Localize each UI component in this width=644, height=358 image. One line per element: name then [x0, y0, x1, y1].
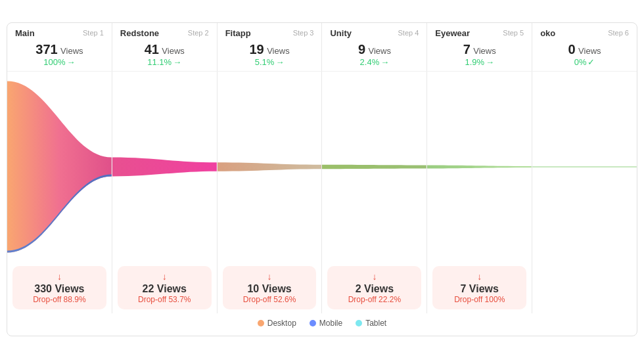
- dropoff-box-4: ↓ 2 Views Drop-off 22.2%: [327, 266, 421, 309]
- step-name-1: Main: [15, 28, 35, 38]
- dropoff-box-5: ↓ 7 Views Drop-off 100%: [432, 266, 526, 309]
- dropoff-views-1: 330 Views: [19, 283, 100, 295]
- legend: DesktopMobileTablet: [7, 313, 637, 330]
- step-col-4: Unity Step 4 9 Views 2.4%→: [322, 23, 427, 71]
- views-count-3: 19 Views: [225, 42, 314, 57]
- legend-item-desktop: Desktop: [258, 319, 296, 328]
- funnel-chart: Main Step 1 371 Views 100%→ Redstone Ste…: [7, 22, 637, 336]
- funnel-col-4: [322, 72, 427, 262]
- dropoff-label-2: Drop-off 53.7%: [124, 295, 205, 304]
- funnel-path-3: [218, 162, 322, 171]
- step-num-4: Step 4: [398, 29, 419, 37]
- dropoff-col-1: ↓ 330 Views Drop-off 88.9%: [7, 262, 112, 313]
- arrow-icon: →: [486, 57, 494, 67]
- views-pct-5: 1.9%→: [435, 57, 524, 67]
- funnel-svg-1: [7, 72, 112, 262]
- funnel-col-6: [532, 72, 637, 262]
- funnel-svg-3: [218, 72, 322, 262]
- step-num-2: Step 2: [188, 29, 209, 37]
- funnel-path-1: [7, 81, 112, 252]
- views-count-2: 41 Views: [120, 42, 209, 57]
- step-col-3: Fitapp Step 3 19 Views 5.1%→: [218, 23, 323, 71]
- dropoff-arrow-icon-2: ↓: [124, 271, 205, 282]
- dropoff-col-2: ↓ 22 Views Drop-off 53.7%: [112, 262, 218, 313]
- funnel-svg-6: [532, 72, 637, 262]
- legend-item-tablet: Tablet: [356, 319, 386, 328]
- legend-dot-mobile: [310, 320, 316, 326]
- step-name-6: oko: [540, 28, 555, 38]
- dropoff-row: ↓ 330 Views Drop-off 88.9% ↓ 22 Views Dr…: [7, 262, 637, 313]
- step-col-6: oko Step 6 0 Views 0%✓: [532, 23, 637, 71]
- funnel-path-6: [532, 166, 637, 168]
- funnel-col-1: [7, 72, 112, 262]
- dropoff-views-4: 2 Views: [334, 283, 415, 295]
- dropoff-box-3: ↓ 10 Views Drop-off 52.6%: [223, 266, 317, 309]
- check-icon: ✓: [587, 57, 595, 67]
- step-num-5: Step 5: [503, 29, 524, 37]
- funnel-path-4: [322, 164, 426, 168]
- arrow-icon: →: [380, 57, 389, 67]
- funnel-svg-5: [427, 72, 532, 262]
- funnel-path-5: [427, 165, 532, 168]
- legend-dot-tablet: [356, 320, 362, 326]
- step-num-6: Step 6: [608, 29, 629, 37]
- legend-label-desktop: Desktop: [267, 319, 296, 328]
- dropoff-box-2: ↓ 22 Views Drop-off 53.7%: [118, 266, 212, 309]
- legend-dot-desktop: [258, 320, 264, 326]
- legend-label-tablet: Tablet: [365, 319, 386, 328]
- funnel-svg-4: [322, 72, 426, 262]
- step-name-2: Redstone: [120, 28, 159, 38]
- views-count-5: 7 Views: [435, 42, 524, 57]
- step-num-3: Step 3: [293, 29, 314, 37]
- dropoff-arrow-icon-4: ↓: [334, 271, 415, 282]
- dropoff-label-5: Drop-off 100%: [439, 295, 520, 304]
- dropoff-views-5: 7 Views: [439, 283, 520, 295]
- views-count-4: 9 Views: [330, 42, 419, 57]
- dropoff-box-1: ↓ 330 Views Drop-off 88.9%: [12, 266, 106, 309]
- step-name-5: Eyewear: [435, 28, 470, 38]
- dropoff-label-3: Drop-off 52.6%: [229, 295, 310, 304]
- step-name-3: Fitapp: [225, 28, 251, 38]
- arrow-icon: →: [173, 57, 181, 67]
- views-pct-3: 5.1%→: [225, 57, 314, 67]
- funnel-path-2: [112, 157, 217, 176]
- dropoff-col-4: ↓ 2 Views Drop-off 22.2%: [322, 262, 427, 313]
- step-col-1: Main Step 1 371 Views 100%→: [7, 23, 112, 71]
- dropoff-views-2: 22 Views: [124, 283, 205, 295]
- views-pct-4: 2.4%→: [330, 57, 419, 67]
- dropoff-arrow-icon-3: ↓: [229, 271, 310, 282]
- views-count-6: 0 Views: [540, 42, 629, 57]
- dropoff-arrow-icon-1: ↓: [19, 271, 100, 282]
- step-col-5: Eyewear Step 5 7 Views 1.9%→: [427, 23, 532, 71]
- dropoff-col-6: [532, 262, 637, 313]
- views-pct-2: 11.1%→: [120, 57, 209, 67]
- dropoff-col-5: ↓ 7 Views Drop-off 100%: [427, 262, 532, 313]
- steps-header-row: Main Step 1 371 Views 100%→ Redstone Ste…: [7, 23, 637, 72]
- funnel-col-3: [218, 72, 323, 262]
- dropoff-label-1: Drop-off 88.9%: [19, 295, 100, 304]
- step-col-2: Redstone Step 2 41 Views 11.1%→: [112, 23, 218, 71]
- legend-item-mobile: Mobile: [310, 319, 342, 328]
- step-num-1: Step 1: [83, 29, 104, 37]
- funnel-svg-2: [112, 72, 217, 262]
- arrow-icon: →: [275, 57, 284, 67]
- views-pct-1: 100%→: [15, 57, 104, 67]
- funnel-area: [7, 72, 637, 262]
- views-count-1: 371 Views: [15, 42, 104, 57]
- arrow-icon: →: [67, 57, 76, 67]
- funnel-col-2: [112, 72, 218, 262]
- dropoff-arrow-icon-5: ↓: [439, 271, 520, 282]
- dropoff-col-3: ↓ 10 Views Drop-off 52.6%: [218, 262, 323, 313]
- legend-label-mobile: Mobile: [319, 319, 342, 328]
- funnel-col-5: [427, 72, 532, 262]
- dropoff-views-3: 10 Views: [229, 283, 310, 295]
- step-name-4: Unity: [330, 28, 352, 38]
- dropoff-label-4: Drop-off 22.2%: [334, 295, 415, 304]
- views-pct-6: 0%✓: [540, 57, 629, 67]
